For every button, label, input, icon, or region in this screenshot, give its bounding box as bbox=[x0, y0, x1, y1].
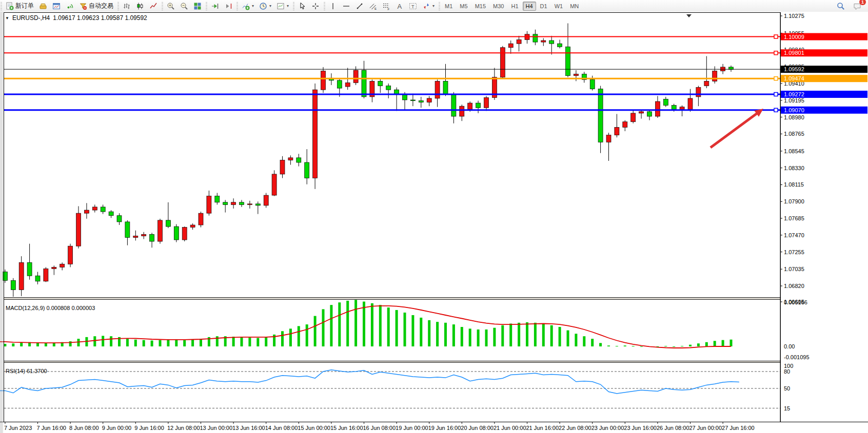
period-w1-button[interactable]: W1 bbox=[551, 2, 566, 11]
horizontal-line-button[interactable] bbox=[340, 1, 352, 12]
macd-histogram-bar bbox=[363, 302, 365, 346]
autotrade-icon bbox=[79, 2, 87, 10]
candle-body bbox=[362, 70, 366, 97]
macd-histogram-bar bbox=[559, 327, 561, 346]
candle-body bbox=[419, 100, 423, 102]
candle-body bbox=[427, 98, 431, 102]
candlestick-icon bbox=[136, 2, 144, 10]
candle-body bbox=[517, 40, 521, 44]
period-h4-button[interactable]: H4 bbox=[523, 2, 536, 11]
equidistant-channel-button[interactable]: E bbox=[367, 1, 379, 12]
arrows-button[interactable]: ▾ bbox=[420, 1, 437, 12]
text-label-button[interactable]: T bbox=[407, 1, 419, 12]
chart-shift-button[interactable] bbox=[222, 1, 234, 12]
macd-histogram-bar bbox=[444, 323, 447, 346]
bar-chart-button[interactable] bbox=[121, 1, 133, 12]
macd-histogram-bar bbox=[126, 339, 129, 346]
candle-body bbox=[533, 34, 538, 42]
trendline-icon bbox=[356, 2, 364, 10]
price-axis[interactable]: 1.102751.100551.098401.096251.094101.091… bbox=[780, 12, 868, 422]
dropdown-caret-icon[interactable]: ▾ bbox=[432, 4, 435, 8]
period-m15-button[interactable]: M15 bbox=[472, 2, 489, 11]
candle-body bbox=[190, 225, 195, 228]
candle-body bbox=[386, 86, 391, 90]
candle-body bbox=[288, 158, 293, 160]
macd-histogram-bar bbox=[241, 337, 243, 346]
templates-button[interactable]: ▾ bbox=[274, 1, 291, 12]
periods-menu-button[interactable]: ▾ bbox=[257, 1, 273, 12]
line-chart-button[interactable] bbox=[147, 1, 160, 12]
macd-histogram-bar bbox=[722, 340, 724, 346]
vertical-line-button[interactable] bbox=[327, 1, 339, 12]
macd-histogram-bar bbox=[411, 315, 414, 346]
zoom-out-button[interactable] bbox=[178, 1, 190, 12]
auto-scroll-button[interactable] bbox=[209, 1, 221, 12]
signals-button[interactable] bbox=[64, 1, 76, 12]
zoom-out-icon bbox=[180, 2, 188, 10]
price-tick-label: 1.07470 bbox=[784, 232, 804, 238]
auto-trading-button[interactable]: 自动交易 bbox=[77, 1, 115, 12]
notifications-button[interactable]: 1 bbox=[851, 1, 863, 12]
toolbar-periods-group: M1M5M15M30H1H4D1W1MN bbox=[438, 1, 583, 12]
fibonacci-button[interactable]: F bbox=[380, 1, 392, 12]
macd-axis-label: 0.00 bbox=[784, 343, 795, 349]
depth-of-market-button[interactable] bbox=[37, 1, 49, 12]
tile-windows-button[interactable] bbox=[191, 1, 204, 12]
candle-body bbox=[255, 204, 260, 205]
macd-histogram-bar bbox=[232, 337, 235, 346]
candle-body bbox=[672, 106, 676, 110]
period-m30-button[interactable]: M30 bbox=[490, 2, 507, 11]
macd-histogram-bar bbox=[12, 343, 14, 346]
macd-histogram-bar bbox=[624, 345, 626, 346]
crosshair-button[interactable] bbox=[309, 1, 322, 12]
rsi-axis-label: 15 bbox=[784, 405, 790, 411]
svg-text:A: A bbox=[398, 2, 402, 10]
arrows-icon bbox=[422, 2, 430, 10]
time-tick-label: 12 Jun 08:00 bbox=[167, 425, 200, 431]
candle-body bbox=[272, 174, 277, 195]
line-handle[interactable] bbox=[774, 77, 778, 80]
candle-body bbox=[223, 202, 228, 205]
macd-histogram-bar bbox=[346, 301, 349, 346]
macd-histogram-bar bbox=[575, 334, 577, 346]
one-click-trading-toggle[interactable]: ▼ bbox=[5, 16, 9, 20]
time-tick-label: 27 Jun 00:00 bbox=[689, 425, 722, 431]
indicators-button[interactable]: ▾ bbox=[240, 1, 256, 12]
candle-body bbox=[109, 212, 113, 216]
dropdown-caret-icon[interactable]: ▾ bbox=[269, 4, 271, 8]
candlestick-chart-button[interactable] bbox=[134, 1, 146, 12]
line-handle[interactable] bbox=[774, 108, 778, 112]
auto-trading-label: 自动交易 bbox=[89, 2, 113, 10]
line-handle[interactable] bbox=[774, 51, 778, 55]
chart-window-button[interactable] bbox=[50, 1, 63, 12]
zoom-in-button[interactable] bbox=[165, 1, 177, 12]
macd-histogram-bar bbox=[306, 324, 308, 346]
period-h1-button[interactable]: H1 bbox=[508, 2, 521, 11]
period-d1-button[interactable]: D1 bbox=[537, 2, 550, 11]
period-mn-button[interactable]: MN bbox=[567, 2, 582, 11]
candle-body bbox=[174, 226, 179, 240]
candle-body bbox=[60, 264, 65, 267]
dropdown-caret-icon[interactable]: ▾ bbox=[252, 4, 254, 8]
candle-body bbox=[704, 81, 709, 86]
period-m1-button[interactable]: M1 bbox=[442, 2, 456, 11]
line-handle[interactable] bbox=[774, 92, 778, 96]
candle-body bbox=[240, 202, 244, 205]
line-handle[interactable] bbox=[774, 35, 778, 38]
candle-body bbox=[35, 276, 40, 281]
text-button[interactable]: A bbox=[393, 1, 406, 12]
cursor-button[interactable] bbox=[296, 1, 308, 12]
trendline-button[interactable] bbox=[353, 1, 366, 12]
chart-canvas[interactable]: 1.102751.100551.098401.096251.094101.091… bbox=[0, 12, 868, 433]
price-badge-label: 1.09592 bbox=[784, 66, 804, 72]
time-tick-label: 22 Jun 08:00 bbox=[559, 425, 591, 431]
candle-body bbox=[484, 97, 489, 108]
new-order-button[interactable]: 新订单 bbox=[4, 1, 36, 12]
search-button[interactable] bbox=[835, 1, 847, 12]
text-icon: A bbox=[396, 2, 404, 10]
dropdown-caret-icon[interactable]: ▾ bbox=[287, 4, 289, 8]
chart-window: 1.102751.100551.098401.096251.094101.091… bbox=[0, 12, 868, 433]
period-m5-button[interactable]: M5 bbox=[457, 2, 470, 11]
candle-body bbox=[663, 99, 668, 105]
toolbar: 新订单自动交易 ▾▾▾ EFAT▾ M1M5M15M30H1H4D1W1MN 1 bbox=[0, 0, 868, 12]
